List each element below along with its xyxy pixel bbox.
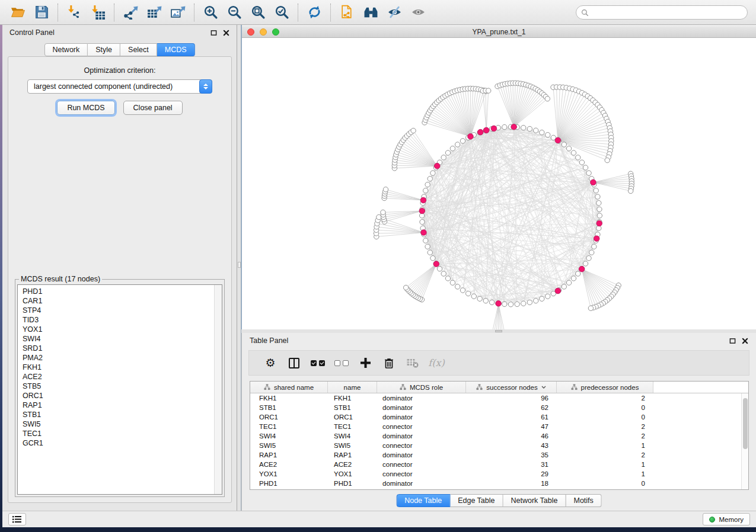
select-all-columns-button[interactable]: [306, 352, 330, 374]
open-file-button[interactable]: [8, 3, 28, 22]
table-row[interactable]: RAP1RAP1dominator352: [250, 450, 748, 460]
function-builder-button[interactable]: f(x): [425, 352, 448, 374]
export-table-button[interactable]: [144, 3, 164, 22]
delete-column-button[interactable]: [377, 352, 401, 374]
close-panel-icon-button[interactable]: [222, 29, 229, 36]
mcds-list-scrollbar[interactable]: [214, 285, 222, 494]
table-cell: 46: [466, 432, 557, 440]
table-row[interactable]: TEC1TEC1connector472: [250, 422, 748, 431]
table-cell: 29: [466, 470, 557, 477]
table-tab-node-table[interactable]: Node Table: [396, 494, 450, 507]
mcds-result-item[interactable]: STB5: [23, 382, 222, 391]
table-row[interactable]: STB1STB1dominator620: [250, 403, 748, 412]
table-cell: RAP1: [250, 451, 328, 459]
table-cell: FKH1: [250, 395, 328, 402]
mcds-result-item[interactable]: SWI5: [23, 419, 222, 429]
mcds-result-item[interactable]: STP4: [23, 306, 222, 315]
mcds-result-item[interactable]: PMA2: [23, 353, 222, 363]
table-row[interactable]: SWI5SWI5connector431: [250, 441, 748, 450]
refresh-button[interactable]: [304, 3, 324, 22]
mcds-result-item[interactable]: CAR1: [23, 296, 222, 306]
zoom-selected-button[interactable]: [272, 3, 292, 22]
table-cell: SWI4: [328, 432, 377, 440]
network-from-selection-icon: [340, 5, 355, 20]
control-tab-style[interactable]: Style: [88, 43, 120, 56]
task-history-button[interactable]: [8, 513, 26, 525]
table-tab-network-table[interactable]: Network Table: [503, 494, 566, 507]
memory-button[interactable]: Memory: [703, 513, 750, 525]
scrollbar-thumb[interactable]: [743, 398, 748, 449]
table-cell: dominator: [377, 395, 466, 402]
mcds-result-item[interactable]: ORC1: [23, 391, 222, 400]
import-network-icon: [67, 5, 82, 20]
export-image-button[interactable]: [168, 3, 188, 22]
mcds-result-item[interactable]: RAP1: [23, 400, 222, 410]
mcds-result-item[interactable]: STB1: [23, 410, 222, 419]
control-tab-select[interactable]: Select: [120, 43, 157, 56]
table-tab-edge-table[interactable]: Edge Table: [450, 494, 503, 507]
table-row[interactable]: PHD1PHD1dominator180: [250, 479, 748, 488]
float-panel-button[interactable]: [210, 29, 217, 36]
table-row[interactable]: FKH1FKH1dominator962: [250, 393, 748, 403]
float-table-panel-button[interactable]: [729, 337, 736, 344]
table-cell: ORC1: [250, 414, 328, 421]
column-header-predecessor-nodes[interactable]: predecessor nodes: [557, 382, 653, 393]
zoom-fit-icon: [251, 5, 266, 20]
control-tab-mcds[interactable]: MCDS: [157, 43, 195, 56]
column-header-MCDS-role[interactable]: MCDS role: [377, 382, 466, 393]
import-network-button[interactable]: [64, 3, 84, 22]
save-session-button[interactable]: [31, 3, 52, 22]
control-tab-network[interactable]: Network: [44, 43, 88, 56]
toolbar-separator: [114, 4, 114, 21]
zoom-fit-button[interactable]: [248, 3, 268, 22]
column-header-shared-name[interactable]: shared name: [250, 382, 328, 393]
splitter-grip[interactable]: [238, 262, 241, 268]
show-all-button[interactable]: [408, 3, 428, 22]
mcds-result-item[interactable]: YOX1: [23, 325, 222, 334]
new-network-from-selection-button[interactable]: [337, 3, 357, 22]
network-canvas[interactable]: [242, 38, 756, 329]
control-panel-title: Control Panel: [9, 28, 55, 37]
optimization-select[interactable]: largest connected component (undirected): [27, 79, 212, 94]
table-settings-button[interactable]: ⚙: [259, 352, 282, 374]
mcds-result-item[interactable]: SRD1: [23, 344, 222, 353]
export-network-icon: [123, 5, 138, 20]
table-row[interactable]: ORC1ORC1dominator610: [250, 412, 748, 422]
search-input[interactable]: [592, 8, 747, 17]
zoom-in-button[interactable]: [200, 3, 221, 22]
mcds-result-item[interactable]: PHD1: [23, 287, 222, 296]
table-scrollbar[interactable]: [741, 393, 748, 489]
table-cell: 1: [557, 461, 653, 468]
mcds-result-item[interactable]: TEC1: [23, 429, 222, 438]
table-cell: ACE2: [328, 461, 377, 468]
trash-icon: [384, 357, 394, 368]
splitter-grip[interactable]: [495, 330, 502, 332]
table-row[interactable]: YOX1YOX1connector291: [250, 469, 748, 479]
mcds-result-item[interactable]: TID3: [23, 315, 222, 325]
mcds-result-item[interactable]: ACE2: [23, 372, 222, 382]
first-neighbors-button[interactable]: [361, 3, 381, 22]
mcds-result-item[interactable]: GCR1: [23, 438, 222, 448]
table-cell: 43: [466, 442, 557, 449]
run-mcds-button[interactable]: Run MCDS: [57, 101, 114, 115]
mcds-result-item[interactable]: SWI4: [23, 334, 222, 344]
add-column-button[interactable]: [353, 352, 377, 374]
vertical-splitter[interactable]: [237, 25, 241, 511]
table-cell: 0: [557, 480, 653, 487]
column-header-successor-nodes[interactable]: successor nodes: [466, 382, 557, 393]
delete-table-button[interactable]: [401, 352, 425, 374]
mcds-result-item[interactable]: FKH1: [23, 363, 222, 372]
network-graph[interactable]: [242, 38, 756, 329]
hide-selected-button[interactable]: [384, 3, 404, 22]
table-row[interactable]: SWI4SWI4dominator462: [250, 431, 748, 441]
table-tab-motifs[interactable]: Motifs: [566, 494, 601, 507]
column-header-name[interactable]: name: [328, 382, 377, 393]
import-table-button[interactable]: [88, 3, 108, 22]
export-network-button[interactable]: [120, 3, 141, 22]
close-table-panel-button[interactable]: [741, 337, 748, 344]
unselect-all-columns-button[interactable]: [330, 352, 353, 374]
show-column-button[interactable]: [282, 352, 306, 374]
close-panel-button[interactable]: Close panel: [123, 101, 183, 115]
zoom-out-button[interactable]: [224, 3, 244, 22]
table-row[interactable]: ACE2ACE2connector311: [250, 460, 748, 469]
